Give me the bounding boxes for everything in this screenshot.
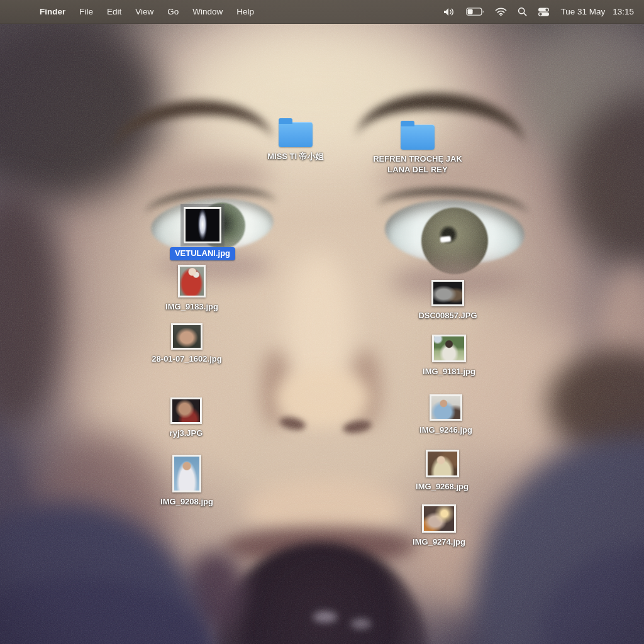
file-label: ryj3.JPG [170, 428, 203, 439]
app-menu-finder[interactable]: Finder [33, 7, 72, 16]
desktop-file-img-9181[interactable]: IMG_9181.jpg [411, 335, 487, 377]
folder-label: REFREN TROCHĘ JAK LANA DEL REY [367, 154, 468, 175]
file-label: 28-01-07_1602.jpg [152, 354, 221, 365]
wifi-icon[interactable] [492, 8, 509, 16]
desktop-file-vetulani[interactable]: VETULANI.jpg [158, 207, 247, 260]
file-label: IMG_9181.jpg [423, 367, 475, 377]
file-thumbnail [171, 323, 203, 350]
control-center-icon[interactable] [535, 8, 552, 16]
folder-icon [279, 122, 313, 147]
desktop-folder-refren[interactable]: REFREN TROCHĘ JAK LANA DEL REY [367, 119, 468, 175]
file-thumbnail [431, 280, 464, 306]
desktop-file-28-01-07[interactable]: 28-01-07_1602.jpg [148, 323, 226, 365]
search-icon[interactable] [515, 7, 530, 16]
file-thumbnail [172, 455, 201, 492]
battery-icon[interactable] [464, 8, 487, 16]
file-label: IMG_9183.jpg [165, 302, 218, 313]
volume-icon[interactable] [441, 8, 458, 16]
file-label: IMG_9208.jpg [160, 497, 213, 508]
desktop-file-ryj3[interactable]: ryj3.JPG [148, 397, 224, 439]
file-label: DSC00857.JPG [418, 311, 477, 321]
desktop-file-img-9274[interactable]: IMG_9274.jpg [401, 504, 477, 548]
menu-go[interactable]: Go [160, 7, 186, 16]
desktop-wallpaper [0, 0, 644, 644]
menu-bar-menus: Finder File Edit View Go Window Help [0, 7, 261, 16]
desktop-file-img-9268[interactable]: IMG_9268.jpg [404, 450, 480, 492]
file-thumbnail [170, 397, 202, 424]
file-thumbnail [422, 504, 456, 533]
file-thumbnail [432, 335, 466, 362]
folder-label: MISS TI 帝小姐 [267, 152, 324, 162]
file-label-selected: VETULANI.jpg [170, 247, 235, 260]
menu-bar-clock[interactable]: Tue 31 May 13:15 [560, 7, 634, 16]
menu-file[interactable]: File [72, 7, 100, 16]
folder-icon [401, 125, 435, 150]
desktop-file-img-9208[interactable]: IMG_9208.jpg [149, 455, 225, 508]
clock-time: 13:15 [613, 7, 634, 16]
menu-bar: Finder File Edit View Go Window Help [0, 0, 644, 24]
file-thumbnail [178, 265, 206, 297]
menu-bar-status: Tue 31 May 13:15 [441, 7, 644, 16]
desktop-file-img-9246[interactable]: IMG_9246.jpg [408, 394, 484, 436]
menu-edit[interactable]: Edit [100, 7, 128, 16]
file-thumbnail [430, 394, 462, 421]
desktop-file-dsc00857[interactable]: DSC00857.JPG [407, 280, 489, 321]
file-thumbnail [184, 207, 221, 243]
desktop-folder-miss-ti[interactable]: MISS TI 帝小姐 [252, 117, 340, 162]
file-label: IMG_9274.jpg [413, 537, 465, 548]
desktop: Finder File Edit View Go Window Help [0, 0, 644, 644]
desktop-file-img-9183[interactable]: IMG_9183.jpg [154, 265, 230, 313]
file-label: IMG_9246.jpg [419, 425, 472, 436]
clock-date: Tue 31 May [560, 7, 605, 16]
wallpaper-vignette [0, 0, 644, 644]
file-thumbnail [426, 450, 459, 477]
menu-help[interactable]: Help [230, 7, 261, 16]
menu-window[interactable]: Window [186, 7, 230, 16]
menu-view[interactable]: View [128, 7, 160, 16]
file-label: IMG_9268.jpg [416, 482, 469, 492]
